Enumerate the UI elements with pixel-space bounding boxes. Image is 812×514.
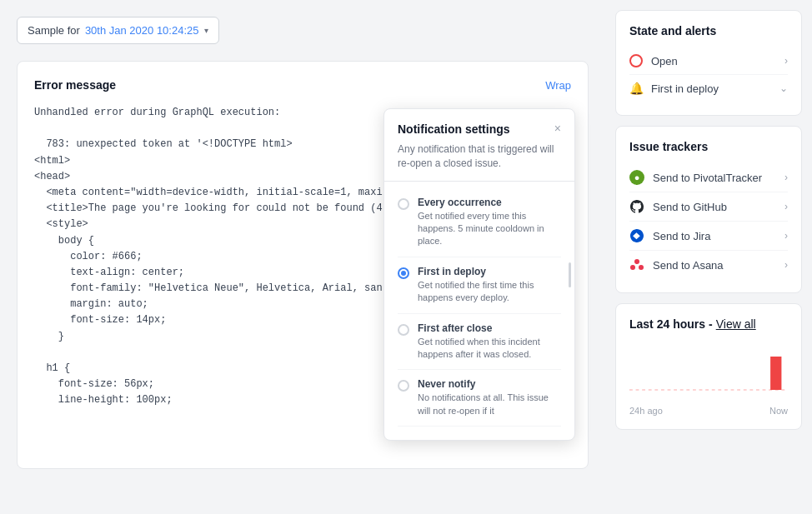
chevron-right-github-icon: › <box>784 201 788 212</box>
tracker-jira-label: Send to Jira <box>653 230 710 242</box>
chevron-down-icon: ▾ <box>204 26 208 35</box>
chart-header: Last 24 hours - View all <box>629 317 788 331</box>
right-panel: State and alerts Open › 🔔 First in deplo… <box>605 0 812 514</box>
tracker-item-asana[interactable]: Send to Asana › <box>629 251 788 279</box>
notif-content-first-close: First after close Get notified when this… <box>418 322 561 362</box>
issue-trackers-card: Issue trackers ● Send to PivotalTracker … <box>615 126 802 293</box>
tracker-item-pivotal[interactable]: ● Send to PivotalTracker › <box>629 163 788 192</box>
notif-desc-every-occurrence: Get notified every time this happens. 5 … <box>418 210 561 248</box>
chart-separator: - <box>709 317 713 331</box>
notif-option-first-deploy[interactable]: First in deploy Get notified the first t… <box>398 257 561 314</box>
main-layout: Sample for 30th Jan 2020 10:24:25 ▾ Erro… <box>0 0 812 514</box>
jira-icon <box>629 228 644 243</box>
chart-container <box>629 344 788 402</box>
notif-desc-first-deploy: Get notified the first time this happens… <box>418 279 561 305</box>
chart-card: Last 24 hours - View all 24h ago Now <box>615 303 802 430</box>
state-deploy-label: First in deploy <box>651 82 719 95</box>
notif-option-never[interactable]: Never notify No notifications at all. Th… <box>398 370 561 427</box>
tracker-asana-left: Send to Asana <box>629 257 724 272</box>
modal-title: Notification settings <box>398 122 510 136</box>
view-all-link[interactable]: View all <box>716 317 756 331</box>
asana-icon <box>629 257 644 272</box>
modal-description: Any notification that is triggered will … <box>398 142 561 171</box>
error-card-header: Error message Wrap <box>34 78 571 92</box>
chart-labels: 24h ago Now <box>629 406 788 416</box>
modal-header: Notification settings × <box>398 122 561 136</box>
tracker-github-left: Send to GitHub <box>629 199 727 214</box>
github-icon <box>629 199 644 214</box>
chart-label-right: Now <box>769 406 788 416</box>
tracker-asana-label: Send to Asana <box>653 259 724 272</box>
notif-option-every-occurrence[interactable]: Every occurrence Get notified every time… <box>398 188 561 257</box>
chevron-right-asana-icon: › <box>784 259 788 271</box>
issue-trackers-title: Issue trackers <box>629 140 788 153</box>
svg-point-0 <box>634 259 639 264</box>
sample-dropdown[interactable]: Sample for 30th Jan 2020 10:24:25 ▾ <box>17 17 219 44</box>
state-open-label: Open <box>651 55 678 67</box>
tracker-item-github[interactable]: Send to GitHub › <box>629 192 788 222</box>
modal-divider <box>384 181 574 182</box>
state-alerts-card: State and alerts Open › 🔔 First in deplo… <box>615 10 802 116</box>
svg-point-1 <box>630 265 635 270</box>
chart-svg <box>629 352 788 402</box>
notification-modal: Notification settings × Any notification… <box>383 108 575 441</box>
pivotal-tracker-icon: ● <box>629 170 644 185</box>
notif-title-never: Never notify <box>418 378 561 390</box>
state-item-first-deploy[interactable]: 🔔 First in deploy ⌄ <box>629 75 788 102</box>
notif-radio-never <box>398 380 409 392</box>
notif-option-first-close[interactable]: First after close Get notified when this… <box>398 314 561 371</box>
chevron-right-icon: › <box>784 55 788 67</box>
open-circle-icon <box>629 54 643 67</box>
notif-title-first-close: First after close <box>418 322 561 334</box>
notif-desc-never: No notifications at all. This issue will… <box>418 392 561 417</box>
notif-radio-every-occurrence <box>398 198 409 210</box>
tracker-item-jira[interactable]: Send to Jira › <box>629 222 788 251</box>
chart-label-left: 24h ago <box>629 406 663 416</box>
modal-close-button[interactable]: × <box>554 122 561 134</box>
svg-point-2 <box>639 265 644 270</box>
notif-content-never: Never notify No notifications at all. Th… <box>418 378 561 417</box>
sample-date-link[interactable]: 30th Jan 2020 10:24:25 <box>85 24 199 37</box>
notif-desc-first-close: Get notified when this incident happens … <box>418 336 561 362</box>
tracker-pivotal-label: Send to PivotalTracker <box>653 172 762 184</box>
state-alerts-title: State and alerts <box>629 24 788 37</box>
error-card-title: Error message <box>34 78 116 92</box>
notif-radio-first-close <box>398 324 409 336</box>
sample-label: Sample for <box>28 24 80 37</box>
state-item-open-left: Open <box>629 54 678 67</box>
tracker-jira-left: Send to Jira <box>629 228 710 243</box>
chevron-down-state-icon: ⌄ <box>779 82 788 94</box>
state-item-deploy-left: 🔔 First in deploy <box>629 82 719 95</box>
svg-rect-4 <box>770 357 781 390</box>
wrap-button[interactable]: Wrap <box>545 79 571 92</box>
chart-title: Last 24 hours <box>629 317 705 331</box>
notif-content-every-occurrence: Every occurrence Get notified every time… <box>418 197 561 248</box>
chevron-right-jira-icon: › <box>784 230 788 242</box>
notif-title-first-deploy: First in deploy <box>418 266 561 277</box>
notif-content-first-deploy: First in deploy Get notified the first t… <box>418 266 561 305</box>
notif-radio-first-deploy <box>398 267 409 279</box>
tracker-github-label: Send to GitHub <box>653 201 727 213</box>
state-item-open[interactable]: Open › <box>629 47 788 75</box>
tracker-pivotal-left: ● Send to PivotalTracker <box>629 170 762 185</box>
chevron-right-pivotal-icon: › <box>784 172 788 183</box>
bell-icon: 🔔 <box>629 82 643 95</box>
notif-title-every-occurrence: Every occurrence <box>418 197 561 208</box>
modal-scrollbar <box>569 262 571 287</box>
